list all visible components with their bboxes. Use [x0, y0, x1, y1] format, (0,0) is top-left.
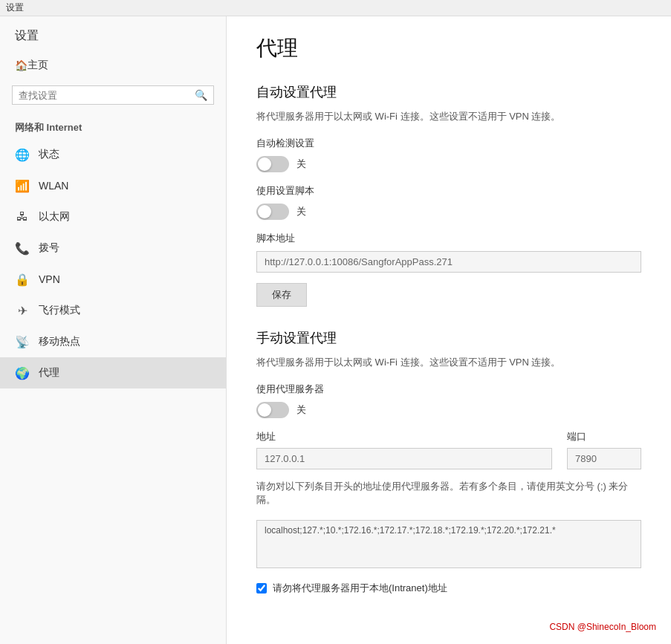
- sidebar-item-airplane[interactable]: ✈ 飞行模式: [0, 295, 226, 326]
- sidebar-item-status[interactable]: 🌐 状态: [0, 139, 226, 170]
- search-input[interactable]: [19, 90, 195, 101]
- address-input[interactable]: [256, 448, 552, 469]
- main-content: 代理 自动设置代理 将代理服务器用于以太网或 Wi-Fi 连接。这些设置不适用于…: [227, 16, 671, 644]
- hotspot-label: 移动热点: [39, 335, 80, 348]
- main-layout: 设置 🏠 主页 🔍 网络和 Internet 🌐 状态 📶 WLAN 🖧 以太网…: [0, 16, 671, 644]
- address-field-group: 地址: [256, 430, 552, 469]
- manual-section-desc: 将代理服务器用于以太网或 Wi-Fi 连接。这些设置不适用于 VPN 连接。: [256, 356, 641, 369]
- use-proxy-row: 关: [256, 402, 641, 418]
- local-checkbox-row: 请勿将代理服务器用于本地(Intranet)地址: [256, 582, 641, 595]
- auto-section-title: 自动设置代理: [256, 83, 641, 101]
- dial-icon: 📞: [15, 241, 30, 256]
- use-script-row: 关: [256, 204, 641, 220]
- ethernet-label: 以太网: [39, 210, 70, 224]
- exceptions-textarea[interactable]: [256, 520, 641, 568]
- home-icon: 🏠: [15, 59, 27, 71]
- sidebar-item-vpn[interactable]: 🔒 VPN: [0, 264, 226, 295]
- section-title: 网络和 Internet: [0, 111, 226, 139]
- airplane-label: 飞行模式: [39, 304, 80, 317]
- port-field-group: 端口: [567, 430, 641, 469]
- sidebar-item-home[interactable]: 🏠 主页: [0, 51, 226, 79]
- auto-detect-row: 关: [256, 156, 641, 172]
- use-script-state: 关: [296, 205, 306, 218]
- wlan-label: WLAN: [39, 180, 68, 192]
- sidebar-item-wlan[interactable]: 📶 WLAN: [0, 170, 226, 201]
- ethernet-icon: 🖧: [15, 209, 30, 224]
- use-proxy-state: 关: [296, 403, 306, 417]
- vpn-label: VPN: [39, 273, 60, 285]
- auto-detect-toggle[interactable]: [256, 156, 289, 172]
- dial-label: 拨号: [39, 241, 59, 255]
- script-address-label: 脚本地址: [256, 232, 641, 245]
- manual-section-title: 手动设置代理: [256, 329, 641, 347]
- port-label: 端口: [567, 430, 641, 443]
- sidebar-item-ethernet[interactable]: 🖧 以太网: [0, 201, 226, 232]
- proxy-label: 代理: [39, 366, 59, 380]
- hotspot-icon: 📡: [15, 334, 30, 349]
- top-bar: 设置: [0, 0, 671, 16]
- use-proxy-toggle[interactable]: [256, 402, 289, 418]
- use-script-label: 使用设置脚本: [256, 184, 641, 198]
- save-button[interactable]: 保存: [256, 283, 307, 307]
- exceptions-desc: 请勿对以下列条目开头的地址使用代理服务器。若有多个条目，请使用英文分号 (;) …: [256, 480, 641, 507]
- sidebar-item-hotspot[interactable]: 📡 移动热点: [0, 326, 226, 357]
- auto-section-desc: 将代理服务器用于以太网或 Wi-Fi 连接。这些设置不适用于 VPN 连接。: [256, 110, 641, 123]
- airplane-icon: ✈: [15, 303, 30, 318]
- auto-detect-label: 自动检测设置: [256, 137, 641, 150]
- use-script-toggle[interactable]: [256, 204, 289, 220]
- sidebar-item-proxy[interactable]: 🌍 代理: [0, 357, 226, 388]
- local-checkbox-label: 请勿将代理服务器用于本地(Intranet)地址: [273, 582, 447, 595]
- search-box: 🔍: [12, 85, 214, 105]
- wlan-icon: 📶: [15, 178, 30, 193]
- use-proxy-label: 使用代理服务器: [256, 383, 641, 396]
- vpn-icon: 🔒: [15, 272, 30, 287]
- home-label: 主页: [27, 59, 48, 72]
- sidebar-item-dial[interactable]: 📞 拨号: [0, 232, 226, 264]
- sidebar-title: 设置: [0, 16, 226, 51]
- address-port-row: 地址 端口: [256, 430, 641, 469]
- script-address-input[interactable]: [256, 251, 641, 273]
- settings-title: 设置: [6, 1, 24, 14]
- search-icon: 🔍: [195, 89, 207, 101]
- auto-detect-state: 关: [296, 157, 306, 171]
- proxy-icon: 🌍: [15, 365, 30, 380]
- port-input[interactable]: [567, 448, 641, 469]
- status-icon: 🌐: [15, 147, 30, 162]
- page-title: 代理: [256, 34, 641, 62]
- address-label: 地址: [256, 430, 552, 443]
- local-checkbox[interactable]: [256, 583, 267, 593]
- status-label: 状态: [39, 148, 59, 161]
- sidebar: 设置 🏠 主页 🔍 网络和 Internet 🌐 状态 📶 WLAN 🖧 以太网…: [0, 16, 227, 644]
